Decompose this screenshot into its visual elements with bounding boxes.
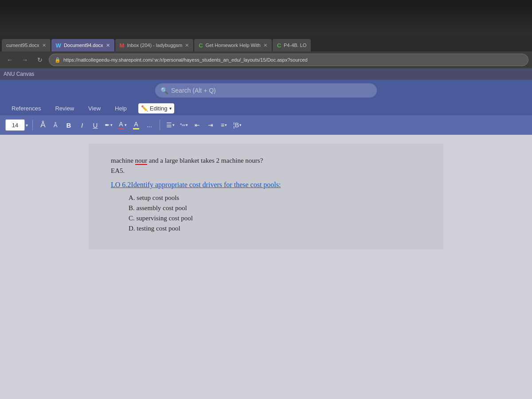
pen-icon: ✒ (105, 121, 110, 129)
list-item-b: B. assembly cost pool (129, 204, 421, 212)
font-color-letter: A (119, 121, 123, 128)
toolbar-separator-1 (32, 120, 33, 130)
bookmark-anu-canvas[interactable]: ANU Canvas (4, 71, 34, 77)
search-icon: 🔍 (160, 87, 168, 94)
numbered-list-icon: *═ (180, 122, 185, 128)
align-icon: ≡ (221, 121, 224, 129)
tab-homework-label: Get Homework Help With (206, 43, 261, 48)
underline-button[interactable]: U (90, 119, 101, 131)
highlight-color-indicator (133, 128, 139, 129)
tab-inbox-label: Inbox (204) - ladybuggsm (127, 43, 182, 48)
tab-document94[interactable]: W Document94.docx ✕ (51, 39, 114, 51)
forward-button[interactable]: → (19, 54, 31, 66)
address-text: https://natlcollegeedu-my.sharepoint.com… (63, 57, 308, 63)
pencil-icon: ✏️ (141, 105, 148, 112)
document-area: machine nour and a large blanket takes 2… (0, 135, 532, 399)
word-nour: nour (135, 157, 148, 165)
font-color-display: A (118, 121, 124, 129)
tab-close-icon[interactable]: ✕ (42, 43, 46, 48)
indent-increase-button[interactable]: ⇥ (205, 119, 216, 131)
font-highlight-display: A (133, 121, 139, 129)
font-color-button[interactable]: A ▾ (116, 119, 129, 131)
back-button[interactable]: ← (4, 54, 16, 66)
tab-document95[interactable]: cument95.docx ✕ (2, 39, 51, 51)
search-input[interactable] (155, 83, 377, 98)
align-button[interactable]: ≡ ▾ (218, 119, 230, 131)
pen-caret-icon: ▾ (110, 123, 113, 127)
word-toolbar: 14 ▾ Â Â B I U ✒ ▾ A ▾ A (0, 115, 532, 135)
tab-doc94-label: Document94.docx (64, 43, 103, 48)
bookmarks-bar: ANU Canvas (0, 68, 532, 80)
tab-close-homework-icon[interactable]: ✕ (263, 43, 267, 48)
gmail-icon: M (120, 42, 125, 49)
refresh-button[interactable]: ↻ (34, 54, 46, 66)
font-color-indicator (118, 128, 124, 129)
editing-label: Editing (150, 105, 168, 112)
bullet-list-icon: ☰ (166, 121, 172, 129)
ribbon-editing[interactable]: ✏️ Editing ▾ (138, 103, 174, 113)
list-item-a: A. setup cost pools (129, 194, 421, 202)
tab-p4-label: P4-4B. LO (284, 43, 306, 48)
list-item-c: C. supervising cost pool (129, 215, 421, 222)
chrome-icon: C (199, 42, 203, 49)
indent-decrease-icon: ⇤ (195, 121, 200, 129)
browser-chrome: cument95.docx ✕ W Document94.docx ✕ M In… (0, 35, 532, 80)
align-caret-icon: ▾ (225, 123, 227, 127)
ribbon-nav: References Review View Help ✏️ Editing ▾ (0, 101, 532, 115)
word-search-bar: 🔍 (0, 80, 532, 101)
font-size-input[interactable]: 14 (5, 119, 25, 131)
toolbar-separator-2 (160, 120, 160, 130)
tab-homework[interactable]: C Get Homework Help With ✕ (194, 39, 271, 51)
bullet-list-button[interactable]: ☰ ▾ (164, 119, 176, 131)
font-size-caret-icon[interactable]: ▾ (26, 123, 28, 128)
increase-font-size-button[interactable]: Â (37, 119, 49, 131)
ribbon-review[interactable]: Review (52, 103, 77, 113)
doc-line-1: machine nour and a large blanket takes 2… (111, 157, 421, 164)
font-highlight-button[interactable]: A (130, 119, 142, 131)
word-online-container: 🔍 References Review View Help ✏️ Editing… (0, 80, 532, 399)
decrease-font-size-button[interactable]: Â (50, 119, 61, 131)
indent-increase-icon: ⇥ (208, 121, 213, 129)
more-options-button[interactable]: ... (144, 119, 155, 131)
indent-decrease-button[interactable]: ⇤ (192, 119, 203, 131)
address-field[interactable]: 🔒 https://natlcollegeedu-my.sharepoint.c… (49, 54, 528, 66)
search-wrapper: 🔍 (155, 83, 377, 98)
ribbon-references[interactable]: References (9, 103, 43, 113)
list-item-d: D. testing cost pool (129, 225, 421, 232)
tab-inbox[interactable]: M Inbox (204) - ladybuggsm ✕ (115, 39, 194, 51)
tab-doc95-label: cument95.docx (6, 43, 39, 48)
style-caret-icon: ▾ (239, 123, 242, 127)
lock-icon: 🔒 (55, 57, 61, 63)
pen-button[interactable]: ✒ ▾ (103, 119, 114, 131)
style-icon: ¦B (233, 121, 239, 129)
tab-close-doc94-icon[interactable]: ✕ (106, 43, 110, 48)
document-page: machine nour and a large blanket takes 2… (89, 144, 443, 249)
tab-bar: cument95.docx ✕ W Document94.docx ✕ M In… (0, 35, 532, 51)
numbered-list-caret-icon: ▾ (186, 123, 188, 127)
tab-p4[interactable]: C P4-4B. LO (273, 39, 311, 51)
italic-button[interactable]: I (76, 119, 88, 131)
tab-p4-icon: C (277, 42, 281, 49)
bullet-list-caret-icon: ▾ (172, 123, 175, 127)
font-color-caret-icon: ▾ (125, 123, 127, 127)
highlight-letter: A (134, 121, 138, 128)
tab-close-inbox-icon[interactable]: ✕ (185, 43, 189, 48)
doc-answer-list: A. setup cost pools B. assembly cost poo… (129, 194, 421, 232)
bold-button[interactable]: B (63, 119, 74, 131)
ribbon-help[interactable]: Help (112, 103, 129, 113)
ribbon-view[interactable]: View (86, 103, 103, 113)
font-size-group: 14 ▾ (5, 119, 28, 131)
style-button[interactable]: ¦B ▾ (231, 119, 243, 131)
laptop-bezel-top (0, 0, 532, 35)
word-icon: W (56, 42, 61, 49)
doc-lo62-heading[interactable]: LO 6.2Identify appropriate cost drivers … (111, 181, 421, 189)
address-bar-row: ← → ↻ 🔒 https://natlcollegeedu-my.sharep… (0, 51, 532, 68)
numbered-list-button[interactable]: *═ ▾ (178, 119, 190, 131)
editing-caret-icon: ▾ (169, 106, 172, 111)
doc-ea5-label: EA5. (111, 167, 421, 175)
font-size-buttons-group: Â Â (37, 119, 61, 131)
